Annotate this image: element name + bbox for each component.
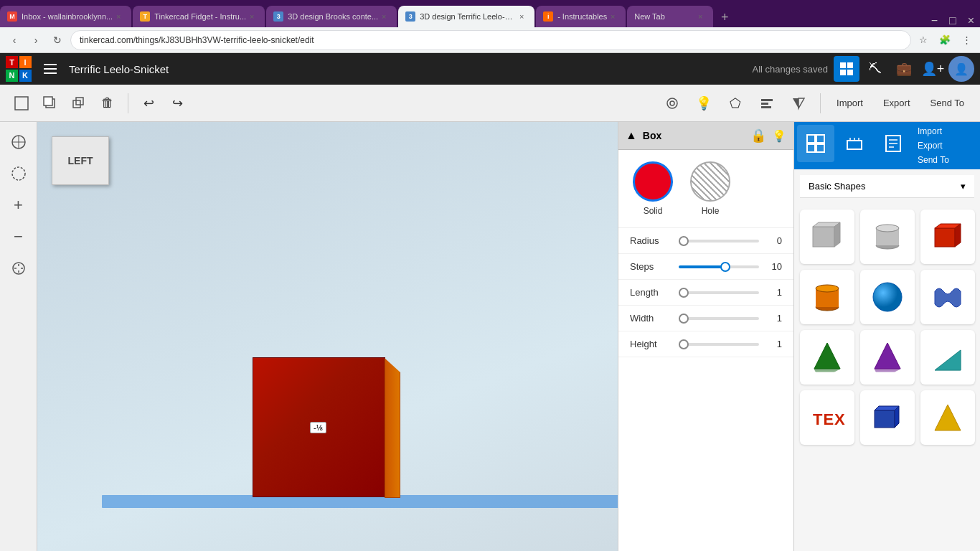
tab-title-tinkercad1: Tinkercad Fidget - Instru... xyxy=(154,12,246,21)
toolbar-separator-2 xyxy=(820,93,821,113)
properties-header: ▲ Box 🔒 💡 xyxy=(618,122,793,150)
height-slider-thumb[interactable] xyxy=(679,339,689,349)
orbit-button[interactable] xyxy=(6,161,32,187)
close-icon[interactable]: × xyxy=(968,14,974,27)
maximize-icon[interactable]: □ xyxy=(949,14,956,27)
tab-close-gmail[interactable]: × xyxy=(113,11,124,22)
tinkercad-logo: T I N K xyxy=(6,56,32,82)
tab-title-3d2: 3D design Terrific Leelo-S... xyxy=(420,12,516,21)
fit-to-screen-button[interactable] xyxy=(6,255,32,281)
more-options-icon[interactable]: ⋮ xyxy=(958,32,974,48)
tab-close-3d1[interactable]: × xyxy=(378,11,390,22)
steps-slider-thumb[interactable] xyxy=(720,262,730,272)
shapes-grid-icon-button[interactable] xyxy=(797,125,834,162)
shape-item-cylinder-orange[interactable] xyxy=(800,270,854,324)
shape-item-wavy[interactable] xyxy=(920,270,975,324)
steps-row: Steps 10 xyxy=(618,254,793,280)
svg-rect-2 xyxy=(44,72,57,74)
send-to-button[interactable]: Send To xyxy=(923,95,971,111)
copy-button[interactable] xyxy=(37,90,63,116)
svg-marker-17 xyxy=(793,98,798,108)
undo-button[interactable]: ↩ xyxy=(136,90,161,116)
shape-item-box-diagonal[interactable] xyxy=(800,209,854,264)
lighting-button[interactable]: 💡 xyxy=(691,90,717,116)
viewport[interactable]: LEFT -⅛ ¼ Edit Grid Snap Grid xyxy=(37,122,793,551)
svg-text:TEXT: TEXT xyxy=(813,410,846,428)
shapes-grid: TEXT xyxy=(794,204,980,451)
svg-rect-32 xyxy=(847,141,862,149)
grid-view-button[interactable] xyxy=(834,56,859,82)
extension-icon[interactable]: 🧩 xyxy=(937,32,953,48)
camera-view-button[interactable] xyxy=(659,90,685,116)
bookmark-icon[interactable]: ☆ xyxy=(915,32,931,48)
tab-close-newtab[interactable]: × xyxy=(694,11,706,22)
shapes-import-button[interactable]: Import xyxy=(912,125,977,138)
radius-slider-thumb[interactable] xyxy=(679,236,689,246)
width-slider-thumb[interactable] xyxy=(679,314,689,324)
tab-favicon-3d1: 3 xyxy=(273,11,283,22)
length-value: 1 xyxy=(765,287,782,298)
tab-close-instructables[interactable]: × xyxy=(607,11,618,22)
shape-item-pyramid-yellow[interactable] xyxy=(920,390,975,445)
app-title: Terrific Leelo-Snicket xyxy=(69,63,746,75)
tab-gmail[interactable]: M Inbox - wallainbrooklynn... × xyxy=(0,6,131,27)
tab-favicon-gmail: M xyxy=(7,11,17,22)
align-button[interactable] xyxy=(754,90,780,116)
hamburger-menu-button[interactable] xyxy=(37,56,63,82)
shapes-category-dropdown[interactable]: Basic Shapes ▾ xyxy=(800,175,974,198)
svg-rect-6 xyxy=(847,70,853,75)
user-avatar[interactable]: 👤 xyxy=(948,56,974,82)
forward-button[interactable]: › xyxy=(27,32,44,49)
url-input[interactable]: tinkercad.com/things/kJ83UBHh3VW-terrifi… xyxy=(70,30,911,50)
mirror-button[interactable] xyxy=(786,90,811,116)
hole-option[interactable]: Hole xyxy=(690,161,730,216)
redo-button[interactable]: ↪ xyxy=(164,90,190,116)
shape-item-box-red[interactable] xyxy=(920,209,975,264)
lock-icon[interactable]: 🔒 xyxy=(750,128,766,143)
shapes-send-to-button[interactable]: Send To xyxy=(912,154,977,166)
shape-item-pyramid-green[interactable] xyxy=(800,330,854,385)
minimize-icon[interactable]: − xyxy=(931,14,938,27)
tab-instructables[interactable]: i - Instructables × xyxy=(536,6,626,27)
tab-close-tinkercad1[interactable]: × xyxy=(246,11,258,22)
import-button[interactable]: Import xyxy=(829,95,870,111)
tab-3d2[interactable]: 3 3D design Terrific Leelo-S... × xyxy=(398,6,534,27)
solid-circle xyxy=(633,161,673,202)
tab-3d1[interactable]: 3 3D design Brooks conte... × xyxy=(266,6,397,27)
briefcase-button[interactable]: 💼 xyxy=(891,56,917,82)
tab-close-3d2[interactable]: × xyxy=(516,11,527,22)
svg-rect-15 xyxy=(761,103,768,105)
back-button[interactable]: ‹ xyxy=(6,32,23,49)
shapes-category-arrow: ▾ xyxy=(961,181,966,192)
shape-item-cylinder[interactable] xyxy=(860,209,915,264)
length-slider-thumb[interactable] xyxy=(679,288,689,298)
home-view-button[interactable] xyxy=(6,129,32,155)
shape-item-sphere-blue[interactable] xyxy=(860,270,915,324)
export-button[interactable]: Export xyxy=(876,95,918,111)
svg-point-22 xyxy=(12,167,25,180)
shape-button[interactable]: ⬠ xyxy=(722,90,748,116)
shape-item-box-navy[interactable] xyxy=(860,390,915,445)
new-shape-button[interactable] xyxy=(9,90,34,116)
reload-button[interactable]: ↻ xyxy=(49,32,66,49)
3d-object[interactable]: -⅛ xyxy=(253,357,385,497)
tab-newtab[interactable]: New Tab × xyxy=(627,6,713,27)
shapes-ruler-icon-button[interactable] xyxy=(836,125,873,162)
duplicate-button[interactable] xyxy=(66,90,92,116)
add-user-button[interactable]: 👤+ xyxy=(920,56,946,82)
properties-collapse-button[interactable]: ▲ xyxy=(626,129,637,142)
zoom-in-button[interactable]: + xyxy=(6,192,32,218)
shapes-export-button[interactable]: Export xyxy=(912,139,977,152)
shape-item-wedge-teal[interactable] xyxy=(920,330,975,385)
pickaxe-button[interactable]: ⛏ xyxy=(862,56,888,82)
shape-item-text[interactable]: TEXT xyxy=(800,390,854,445)
info-icon[interactable]: 💡 xyxy=(772,129,786,143)
new-tab-button[interactable]: + xyxy=(715,7,735,27)
zoom-out-button[interactable]: − xyxy=(6,224,32,250)
shapes-notes-icon-button[interactable] xyxy=(875,125,912,162)
delete-button[interactable]: 🗑 xyxy=(95,90,121,116)
shape-item-pyramid-purple[interactable] xyxy=(860,330,915,385)
tab-tinkercad1[interactable]: T Tinkercad Fidget - Instru... × xyxy=(133,6,265,27)
solid-option[interactable]: Solid xyxy=(633,161,673,216)
width-row: Width 1 xyxy=(618,306,793,331)
